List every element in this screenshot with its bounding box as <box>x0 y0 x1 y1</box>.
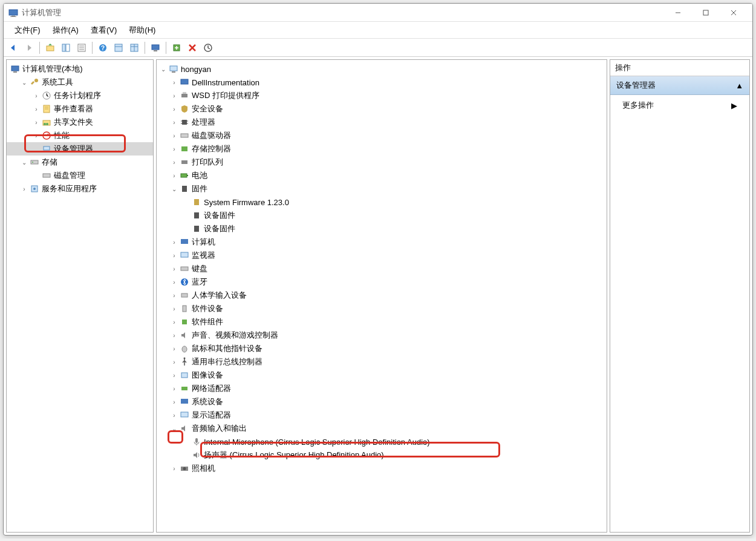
expand-arrow[interactable]: › <box>170 412 178 419</box>
minimize-button[interactable] <box>664 4 692 22</box>
expand-arrow[interactable]: › <box>170 465 178 472</box>
device-audio-io[interactable]: ⌄音频输入和输出 <box>157 422 607 435</box>
expand-arrow[interactable]: ⌄ <box>170 425 178 432</box>
tree-disk-management[interactable]: 磁盘管理 <box>7 169 153 182</box>
expand-arrow[interactable]: › <box>170 159 178 166</box>
device-firmware[interactable]: ⌄固件 <box>157 182 607 195</box>
scan-hardware-button[interactable] <box>169 41 184 55</box>
audio-speaker-item[interactable]: 扬声器 (Cirrus Logic Superior High Definiti… <box>157 448 607 462</box>
device-category[interactable]: ›通用串行总线控制器 <box>157 355 607 369</box>
device-root[interactable]: ⌄ hongyan <box>157 62 607 76</box>
uninstall-button[interactable] <box>185 41 200 55</box>
tree-label: 图像设备 <box>192 370 228 381</box>
firmware-item[interactable]: System Firmware 1.23.0 <box>157 195 607 209</box>
svg-rect-68 <box>182 320 187 324</box>
device-category[interactable]: ›软件设备 <box>157 302 607 315</box>
more-actions-item[interactable]: 更多操作 ▶ <box>610 95 749 116</box>
maximize-button[interactable] <box>692 4 720 22</box>
device-category[interactable]: ›处理器 <box>157 116 607 129</box>
expand-arrow[interactable]: › <box>170 292 178 299</box>
show-hide-tree-button[interactable] <box>59 41 73 55</box>
device-category[interactable]: ›显示适配器 <box>157 408 607 422</box>
expand-arrow[interactable]: › <box>170 146 178 152</box>
expand-arrow[interactable]: › <box>170 332 178 339</box>
expand-arrow[interactable]: › <box>170 239 178 246</box>
help-button[interactable]: ? <box>96 41 110 55</box>
expand-arrow[interactable]: ⌄ <box>20 159 28 166</box>
expand-arrow[interactable]: › <box>170 172 178 179</box>
firmware-item[interactable]: 设备固件 <box>157 222 607 235</box>
tree-device-manager[interactable]: 设备管理器 <box>7 142 153 156</box>
tree-storage[interactable]: ⌄ 存储 <box>7 156 153 169</box>
menu-view[interactable]: 查看(V) <box>85 22 123 38</box>
expand-arrow[interactable]: › <box>170 252 178 259</box>
expand-arrow[interactable]: › <box>170 359 178 366</box>
expand-arrow[interactable]: › <box>32 106 41 113</box>
menu-file[interactable]: 文件(F) <box>8 22 47 38</box>
view-detail-button[interactable] <box>127 41 142 55</box>
view-list-button[interactable] <box>111 41 126 55</box>
properties-button[interactable] <box>74 41 89 55</box>
tree-event-viewer[interactable]: › 事件查看器 <box>7 102 153 116</box>
remote-computer-button[interactable] <box>148 41 163 55</box>
audio-mic-item[interactable]: Internal Microphone (Cirrus Logic Superi… <box>157 435 607 448</box>
device-category[interactable]: ›键盘 <box>157 262 607 275</box>
expand-arrow[interactable]: › <box>20 186 28 192</box>
expand-arrow[interactable]: › <box>170 279 178 286</box>
tree-services-apps[interactable]: › 服务和应用程序 <box>7 182 153 195</box>
firmware-item[interactable]: 设备固件 <box>157 209 607 222</box>
expand-arrow[interactable]: ⌄ <box>170 186 178 192</box>
device-category[interactable]: ›DellInstrumentation <box>157 76 607 89</box>
device-category[interactable]: ›电池 <box>157 169 607 182</box>
device-category[interactable]: ›鼠标和其他指针设备 <box>157 342 607 355</box>
device-category[interactable]: ›监视器 <box>157 249 607 262</box>
close-button[interactable] <box>720 4 748 22</box>
device-category[interactable]: ›软件组件 <box>157 315 607 329</box>
device-category[interactable]: ›图像设备 <box>157 369 607 382</box>
nav-forward-button[interactable] <box>22 41 36 55</box>
expand-arrow[interactable]: › <box>32 93 41 99</box>
nav-back-button[interactable] <box>6 41 21 55</box>
tree-shared-folders[interactable]: › 共享文件夹 <box>7 116 153 129</box>
expand-arrow[interactable]: ⌄ <box>159 66 168 73</box>
actions-section[interactable]: 设备管理器 ▲ <box>610 76 749 95</box>
tree-performance[interactable]: › 性能 <box>7 129 153 142</box>
expand-arrow[interactable]: › <box>32 133 41 139</box>
device-category[interactable]: ›蓝牙 <box>157 275 607 289</box>
menu-help[interactable]: 帮助(H) <box>123 22 161 38</box>
expand-arrow[interactable]: › <box>170 346 178 352</box>
device-category[interactable]: ›存储控制器 <box>157 142 607 156</box>
device-category[interactable]: ›网络适配器 <box>157 382 607 395</box>
expand-arrow[interactable]: › <box>170 319 178 326</box>
expand-arrow[interactable]: › <box>170 133 178 139</box>
device-category[interactable]: ›磁盘驱动器 <box>157 129 607 142</box>
expand-arrow[interactable]: › <box>170 119 178 126</box>
expand-arrow[interactable]: › <box>170 93 178 99</box>
expand-arrow[interactable]: › <box>170 399 178 405</box>
expand-arrow[interactable]: › <box>170 372 178 379</box>
tree-task-scheduler[interactable]: › 任务计划程序 <box>7 89 153 102</box>
expand-arrow[interactable]: › <box>170 306 178 312</box>
svg-point-39 <box>32 162 33 163</box>
device-category[interactable]: ›人体学输入设备 <box>157 289 607 302</box>
device-category[interactable]: ›安全设备 <box>157 102 607 116</box>
tree-label: 鼠标和其他指针设备 <box>192 343 267 354</box>
expand-arrow[interactable]: › <box>170 266 178 272</box>
device-category[interactable]: ›计算机 <box>157 235 607 249</box>
expand-arrow[interactable]: › <box>170 385 178 392</box>
tree-root[interactable]: 计算机管理(本地) <box>7 62 153 76</box>
tree-label: 设备固件 <box>204 223 240 234</box>
device-category[interactable]: ›打印队列 <box>157 156 607 169</box>
expand-arrow[interactable]: › <box>170 79 178 86</box>
expand-arrow[interactable]: ⌄ <box>20 79 28 86</box>
device-category[interactable]: ›照相机 <box>157 462 607 475</box>
device-category[interactable]: ›WSD 打印提供程序 <box>157 89 607 102</box>
expand-arrow[interactable]: › <box>32 119 41 126</box>
update-driver-button[interactable] <box>201 41 215 55</box>
menu-action[interactable]: 操作(A) <box>47 22 85 38</box>
up-button[interactable] <box>43 41 57 55</box>
expand-arrow[interactable]: › <box>170 106 178 113</box>
tree-system-tools[interactable]: ⌄ 系统工具 <box>7 76 153 89</box>
device-category[interactable]: ›系统设备 <box>157 395 607 408</box>
device-category[interactable]: ›声音、视频和游戏控制器 <box>157 329 607 342</box>
